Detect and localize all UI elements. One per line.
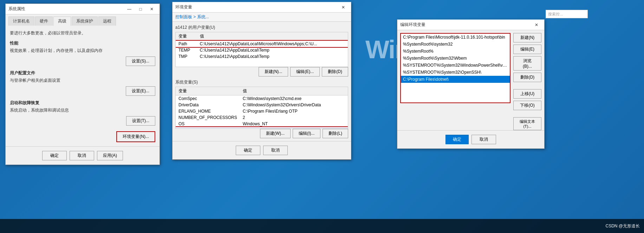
tab-system-protection[interactable]: 系统保护 (72, 16, 98, 26)
tab-advanced[interactable]: 高级 (53, 16, 71, 26)
path-list-item[interactable]: C:\Program Files\Microsoft\jdk-11.0.16.1… (401, 34, 510, 41)
tab-hardware[interactable]: 硬件 (35, 16, 53, 26)
system-var-row[interactable]: OSWindows_NT (176, 121, 348, 127)
edit-env-window: 编辑环境变量 ✕ C:\Program Files\Microsoft\jdk-… (397, 19, 545, 149)
user-var-row[interactable]: TMPC:\Users\a1412\AppData\Local\Temp (176, 53, 348, 60)
system-var-row[interactable]: ERLANG_HOMEC:\Program Files\Erlang OTP (176, 108, 348, 114)
breadcrumb: 控制面板 > 系统... (173, 13, 351, 22)
env-vars-window: 环境变量 ✕ 控制面板 > 系统... a1412 的用户变量(U) 变量 值 … (172, 2, 351, 160)
desktop: Wind 搜索控... 系统属性 — □ ✕ 计算机名 硬件 高级 系统保护 远… (0, 0, 644, 233)
path-list-item[interactable]: %SystemRoot%\System32\Wbem (401, 55, 510, 62)
user-var-row[interactable]: PathC:\Users\a1412\AppData\Local\Microso… (176, 41, 348, 47)
system-properties-bottom: 确定 取消 应用(A) (6, 146, 160, 165)
path-list-item[interactable]: %SYSTEMROOT%\System32\WindowsPowerShell\… (401, 62, 510, 69)
system-var-name: NUMBER_OF_PROCESSORS (176, 114, 240, 121)
close-button[interactable]: ✕ (147, 6, 157, 13)
path-list: C:\Program Files\Microsoft\jdk-11.0.16.1… (400, 33, 510, 103)
edit-down-button[interactable]: 下移(O) (513, 101, 541, 110)
cancel-button[interactable]: 取消 (70, 151, 94, 160)
system-var-value: C:\Windows\System32\Drivers\DriverData (240, 102, 348, 108)
system-var-value: C:\Program Files\Erlang OTP (240, 108, 348, 114)
apply-button[interactable]: 应用(A) (97, 151, 123, 160)
startup-settings-button[interactable]: 设置(T)... (126, 116, 155, 126)
system-var-value: Windows_NT (240, 121, 348, 127)
user-var-row[interactable]: TEMPC:\Users\a1412\AppData\Local\Temp (176, 47, 348, 53)
ok-button[interactable]: 确定 (42, 151, 67, 160)
system-var-name: DriverData (176, 102, 240, 108)
edit-text-button[interactable]: 编辑文本(T)... (513, 117, 541, 130)
system-var-name: ERLANG_HOME (176, 108, 240, 114)
user-profile-settings-button[interactable]: 设置(E)... (126, 86, 155, 96)
system-var-name: ComSpec (176, 95, 240, 102)
minimize-button[interactable]: — (124, 6, 134, 13)
edit-edit-button[interactable]: 编辑(E) (513, 45, 541, 54)
edit-new-button[interactable]: 新建(N) (513, 33, 541, 42)
env-vars-bottom: 确定 取消 (173, 141, 351, 159)
edit-cancel-button[interactable]: 取消 (471, 135, 496, 144)
edit-browse-button[interactable]: 浏览(B)... (513, 56, 541, 71)
user-var-value: C:\Users\a1412\AppData\Local\Microsoft\W… (197, 41, 348, 47)
system-var-row[interactable]: DriverDataC:\Windows\System32\Drivers\Dr… (176, 102, 348, 108)
user-var-name: TMP (176, 53, 197, 60)
search-bar[interactable]: 搜索控... (546, 10, 588, 18)
path-list-item[interactable]: %SYSTEMROOT%\System32\OpenSSH\ (401, 69, 510, 76)
path-list-item[interactable]: C:\Program Files\dotnet\ (401, 76, 510, 83)
user-vars-col-name: 变量 (176, 32, 197, 41)
search-placeholder: 搜索控... (548, 12, 563, 17)
env-cancel-button[interactable]: 取消 (263, 146, 288, 155)
env-vars-button[interactable]: 环境变量(N)... (116, 131, 155, 142)
env-vars-close-button[interactable]: ✕ (338, 4, 348, 11)
user-profile-desc: 与登录帐户相关的桌面设置 (10, 78, 155, 84)
user-vars-title: a1412 的用户变量(U) (175, 25, 348, 32)
user-new-button[interactable]: 新建(N)... (259, 67, 288, 76)
edit-env-controls: ✕ (532, 21, 541, 28)
tab-remote[interactable]: 远程 (98, 16, 116, 26)
edit-env-bottom: 确定 取消 (397, 130, 544, 148)
system-properties-content: 要进行大多数更改，必须以管理员登录。 性能 视觉效果，处理器计划，内存使用，以及… (6, 26, 160, 146)
path-list-item[interactable]: %SystemRoot%\system32 (401, 41, 510, 48)
edit-env-close-button[interactable]: ✕ (532, 21, 541, 28)
edit-delete-button[interactable]: 删除(D) (513, 73, 541, 82)
user-edit-button[interactable]: 编辑(E)... (290, 67, 320, 76)
tab-bar: 计算机名 硬件 高级 系统保护 远程 (6, 14, 160, 26)
window-controls: — □ ✕ (124, 6, 157, 13)
env-vars-titlebar: 环境变量 ✕ (173, 2, 351, 13)
system-vars-col-value: 值 (240, 87, 348, 95)
edit-ok-button[interactable]: 确定 (445, 135, 469, 144)
system-vars-title: 系统变量(S) (175, 79, 348, 87)
system-vars-buttons: 新建(W)... 编辑(I)... 删除(L) (173, 129, 351, 141)
user-delete-button[interactable]: 删除(D) (322, 67, 348, 76)
user-var-value: C:\Users\a1412\AppData\Local\Temp (197, 53, 348, 60)
system-vars-col-name: 变量 (176, 87, 240, 95)
maximize-button[interactable]: □ (136, 6, 145, 13)
startup-label: 启动和故障恢复 (10, 100, 155, 106)
system-var-value: C:\Windows\system32\cmd.exe (240, 95, 348, 102)
tab-computer-name[interactable]: 计算机名 (8, 16, 34, 26)
system-var-name: OS (176, 121, 240, 127)
warning-text: 要进行大多数更改，必须以管理员登录。 (10, 30, 155, 36)
edit-up-button[interactable]: 上移(U) (513, 89, 541, 99)
user-vars-table: 变量 值 PathC:\Users\a1412\AppData\Local\Mi… (176, 32, 348, 60)
sys-edit-button[interactable]: 编辑(I)... (293, 129, 320, 138)
env-vars-controls: ✕ (338, 4, 348, 11)
edit-env-titlebar: 编辑环境变量 ✕ (397, 20, 544, 30)
system-properties-titlebar: 系统属性 — □ ✕ (6, 4, 160, 14)
sys-delete-button[interactable]: 删除(L) (323, 129, 348, 138)
taskbar: CSDN @无形道长 (0, 219, 644, 233)
performance-label: 性能 (10, 40, 155, 46)
system-vars-table: 变量 值 ComSpecC:\Windows\system32\cmd.exeD… (176, 87, 348, 129)
user-var-value: C:\Users\a1412\AppData\Local\Temp (197, 47, 348, 53)
performance-settings-button[interactable]: 设置(S)... (126, 56, 155, 66)
user-var-name: TEMP (176, 47, 197, 53)
taskbar-brand: CSDN @无形道长 (605, 223, 640, 229)
env-ok-button[interactable]: 确定 (236, 146, 260, 155)
user-var-name: Path (176, 41, 197, 47)
startup-desc: 系统启动，系统故障和调试信息 (10, 107, 155, 113)
system-var-row[interactable]: ComSpecC:\Windows\system32\cmd.exe (176, 95, 348, 102)
path-list-item[interactable]: %SystemRoot% (401, 48, 510, 55)
sys-new-button[interactable]: 新建(W)... (260, 129, 291, 138)
user-vars-buttons: 新建(N)... 编辑(E)... 删除(D) (173, 67, 351, 79)
performance-desc: 视觉效果，处理器计划，内存使用，以及虚拟内存 (10, 48, 155, 54)
system-properties-window: 系统属性 — □ ✕ 计算机名 硬件 高级 系统保护 远程 要进行大多数更改，必… (5, 4, 160, 165)
system-var-row[interactable]: NUMBER_OF_PROCESSORS2 (176, 114, 348, 121)
